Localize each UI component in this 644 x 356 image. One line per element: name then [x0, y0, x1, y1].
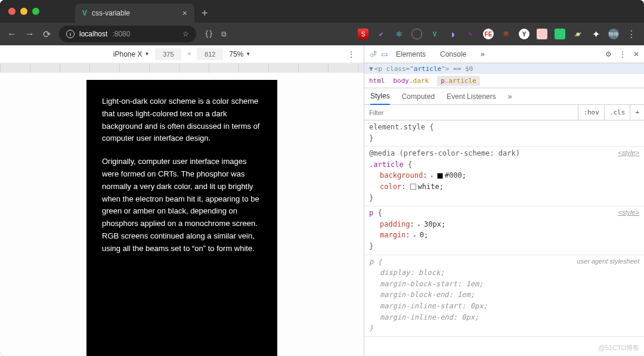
tabs-more[interactable]: » [475, 50, 491, 58]
gear-icon[interactable]: ⚙ [605, 50, 612, 58]
tab-elements[interactable]: Elements [390, 50, 432, 58]
breadcrumb-body[interactable]: body.dark [394, 77, 429, 85]
maximize-window-button[interactable] [32, 8, 39, 15]
device-menu-icon[interactable]: ⋮ [347, 49, 355, 59]
new-tab-button[interactable]: + [202, 7, 208, 20]
inspect-icon[interactable]: ⮰ [369, 50, 376, 58]
hov-toggle[interactable]: :hov [578, 105, 604, 120]
css-rules-pane[interactable]: element.style { } <style> @media (prefer… [364, 120, 644, 356]
tab-title: css-variable [92, 9, 130, 17]
feather-icon[interactable]: ✎ [465, 29, 476, 39]
filter-bar: :hov .cls + [364, 105, 644, 120]
ext-icon-13[interactable]: 🪐 [572, 29, 583, 39]
breadcrumb-p[interactable]: p.article [437, 76, 480, 86]
watermark: @51CTO博客 [599, 343, 639, 352]
ext-icon-9[interactable]: 米 [501, 29, 512, 39]
extensions-icon[interactable]: ✦ [590, 29, 601, 39]
device-toggle-icon[interactable]: ▭ [381, 50, 388, 58]
zoom-dropdown[interactable]: 75% ▼ [229, 50, 250, 58]
ext-icon-4[interactable] [411, 29, 422, 39]
reload-button[interactable]: ⟳ [43, 29, 51, 40]
browser-tab[interactable]: V css-variable × [75, 4, 194, 23]
extension-icons: S ✔ ⚛ V ◗ ✎ FE 米 Y 🪐 ✦ 玲玲 ⋮ [358, 29, 637, 39]
vue-icon: V [82, 9, 87, 17]
close-devtools-icon[interactable]: ✕ [633, 50, 639, 58]
link-icon[interactable]: ⧉ [221, 30, 227, 38]
preview-article: Light-on-dark color scheme is a color sc… [86, 80, 277, 356]
vue-devtools-icon[interactable]: V [429, 29, 440, 39]
address-bar: ← → ⟳ i localhost:8080 ☆ {} ⧉ S ✔ ⚛ V ◗ … [0, 23, 644, 45]
article-text: Light-on-dark color scheme is a color sc… [102, 95, 262, 255]
dimension-separator: × [187, 51, 191, 57]
ext-icon-6[interactable]: ◗ [447, 29, 458, 39]
source-link[interactable]: <style> [618, 208, 639, 218]
filter-input[interactable] [364, 109, 578, 116]
browser-menu-icon[interactable]: ⋮ [626, 29, 637, 39]
back-button[interactable]: ← [7, 29, 17, 39]
tab-styles[interactable]: Styles [370, 92, 390, 105]
ext-icon-8[interactable]: FE [483, 29, 494, 39]
site-info-icon[interactable]: i [66, 30, 75, 38]
profile-avatar[interactable]: 玲玲 [608, 29, 619, 39]
tab-computed[interactable]: Computed [402, 92, 435, 101]
styles-tabs-more[interactable]: » [508, 92, 512, 101]
ext-icon-2[interactable]: ✔ [376, 29, 386, 39]
titlebar: V css-variable × + [0, 0, 644, 23]
forward-button[interactable]: → [25, 29, 35, 39]
ext-icon-12[interactable] [555, 29, 565, 39]
rule-element-style[interactable]: element.style { } [364, 120, 644, 147]
rule-article[interactable]: <style> @media (prefers-color-scheme: da… [364, 147, 644, 206]
close-window-button[interactable] [8, 8, 16, 15]
viewport: Light-on-dark color scheme is a color sc… [0, 73, 364, 356]
chevron-down-icon: ▼ [246, 51, 250, 57]
minimize-window-button[interactable] [20, 8, 27, 15]
ext-icon-1[interactable]: S [358, 29, 369, 39]
url-port: :8080 [112, 30, 130, 38]
add-rule-button[interactable]: + [630, 105, 644, 120]
tab-event-listeners[interactable]: Event Listeners [447, 92, 496, 101]
tab-console[interactable]: Console [434, 50, 472, 58]
devtools-menu-icon[interactable]: ⋮ [619, 50, 626, 58]
device-toolbar: iPhone X ▼ × 75% ▼ ⋮ [0, 45, 364, 63]
close-tab-icon[interactable]: × [182, 8, 187, 18]
rule-p-ua[interactable]: user agent stylesheet p { display: block… [364, 255, 644, 337]
content-split: iPhone X ▼ × 75% ▼ ⋮ Light-on-dark color… [0, 45, 644, 356]
devtools-top-bar: ⮰ ▭ Elements Console » ⚙ ⋮ ✕ [364, 45, 644, 63]
ext-icon-11[interactable] [537, 29, 547, 39]
browser-window: V css-variable × + ← → ⟳ i localhost:808… [0, 0, 644, 356]
ruler [0, 63, 364, 73]
ext-icon-10[interactable]: Y [519, 29, 530, 39]
element-snippet[interactable]: ▼<p class="article"> == $0 [364, 63, 644, 74]
devtools-panel: ⮰ ▭ Elements Console » ⚙ ⋮ ✕ ▼<p class="… [364, 45, 644, 356]
rule-p-author[interactable]: <style> p { padding: ▸ 30px; margin: ▸ 0… [364, 206, 644, 255]
source-link[interactable]: <style> [618, 148, 639, 158]
braces-icon[interactable]: {} [205, 30, 213, 38]
breadcrumb-html[interactable]: html [369, 77, 385, 85]
article-paragraph: Originally, computer user interface imag… [102, 156, 262, 255]
chevron-down-icon: ▼ [144, 51, 149, 57]
width-input[interactable] [155, 48, 181, 60]
url-input[interactable]: i localhost:8080 ☆ [59, 26, 196, 42]
star-icon[interactable]: ☆ [182, 30, 189, 38]
source-ua: user agent stylesheet [577, 256, 639, 267]
react-icon[interactable]: ⚛ [394, 29, 404, 39]
height-input[interactable] [197, 48, 223, 60]
article-paragraph: Light-on-dark color scheme is a color sc… [102, 95, 262, 145]
device-dropdown[interactable]: iPhone X ▼ [113, 50, 150, 58]
styles-tabs: Styles Computed Event Listeners » [364, 88, 644, 105]
device-preview-pane: iPhone X ▼ × 75% ▼ ⋮ Light-on-dark color… [0, 45, 364, 356]
element-breadcrumb: html body.dark p.article [364, 74, 644, 88]
url-host: localhost [79, 30, 107, 38]
cls-toggle[interactable]: .cls [604, 105, 630, 120]
traffic-lights [8, 8, 39, 15]
